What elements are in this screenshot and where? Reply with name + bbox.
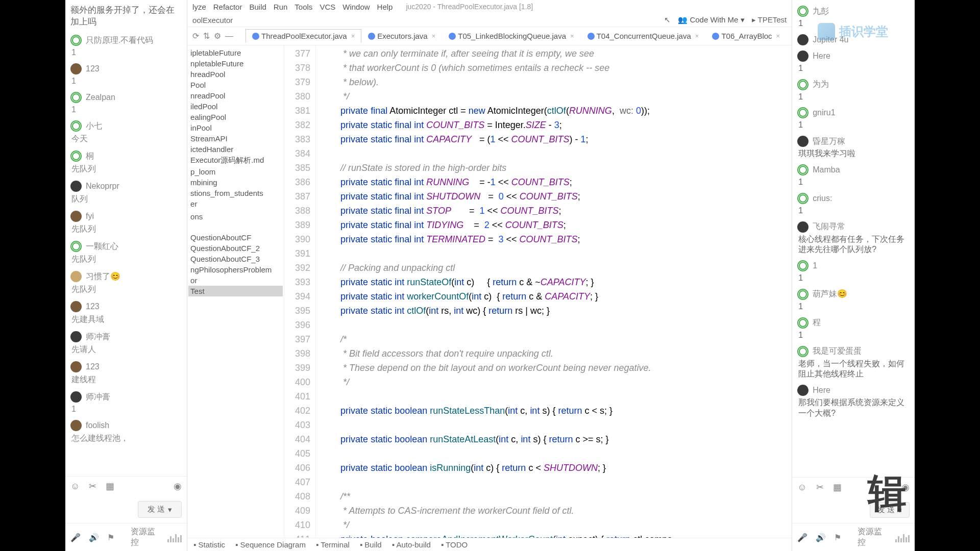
image-icon[interactable]: ▦ <box>833 482 842 493</box>
tree-item[interactable]: Pool <box>188 80 283 90</box>
gear-icon[interactable]: ⚙ <box>214 31 221 41</box>
close-icon[interactable]: × <box>432 32 436 40</box>
user-item[interactable]: 1231 <box>68 60 184 89</box>
user-item[interactable]: 习惯了😊先队列 <box>68 268 184 298</box>
menu-item[interactable]: Refactor <box>213 3 242 11</box>
editor-tab[interactable]: Executors.java× <box>361 29 442 43</box>
tree-item[interactable]: Test <box>188 286 283 296</box>
tree-item[interactable]: Executor源码解析.md <box>188 155 283 166</box>
tree-item[interactable]: nreadPool <box>188 90 283 101</box>
menu-item[interactable]: Help <box>377 3 393 11</box>
tool-window-tab[interactable]: ▪ Build <box>360 540 382 549</box>
tool-window-tab[interactable]: ▪ Statistic <box>193 540 225 549</box>
minimize-icon[interactable]: — <box>225 32 233 41</box>
user-item[interactable]: 小七今天 <box>68 117 184 147</box>
chat-item[interactable]: 为为1 <box>796 77 911 105</box>
menu-item[interactable]: Window <box>342 3 370 11</box>
chat-item[interactable]: Here1 <box>796 48 911 77</box>
user-item[interactable]: 桐先队列 <box>68 147 184 178</box>
refresh-icon[interactable]: ⟳ <box>192 31 199 41</box>
user-item[interactable]: 一颗红心先队列 <box>68 238 184 268</box>
tool-window-bar[interactable]: ▪ Statistic▪ Sequence Diagram▪ Terminal▪… <box>187 538 792 551</box>
tree-item[interactable]: iledPool <box>188 101 283 112</box>
record-icon[interactable]: ◉ <box>174 481 182 492</box>
tree-item[interactable]: p_loom <box>188 166 283 177</box>
chat-item[interactable]: 11 <box>796 258 911 286</box>
code-with-me-button[interactable]: 👥 Code With Me ▾ <box>678 15 744 24</box>
tree-item[interactable]: QuestionAboutCF <box>188 232 283 243</box>
tool-window-tab[interactable]: ▪ TODO <box>441 540 468 549</box>
close-icon[interactable]: × <box>776 32 780 40</box>
editor-tabs[interactable]: ThreadPoolExecutor.java×Executors.java×T… <box>246 29 787 43</box>
chat-item[interactable]: Here那我们要根据系统资源来定义一个大概? <box>796 382 911 421</box>
editor-tab[interactable]: ThreadPoolExecutor.java× <box>246 29 361 43</box>
user-item[interactable]: 123先建具域 <box>68 298 184 328</box>
image-icon[interactable]: ▦ <box>106 481 114 492</box>
chat-item[interactable]: crius:1 <box>796 190 911 219</box>
tree-item[interactable]: inPool <box>188 122 283 133</box>
tree-item[interactable]: ipletableFuture <box>188 47 283 58</box>
menu-item[interactable]: lyze <box>192 3 206 11</box>
mic-icon[interactable]: 🎤 <box>70 533 81 542</box>
tree-item[interactable]: stions_from_students <box>188 188 283 198</box>
user-item[interactable]: 123建线程 <box>68 358 184 388</box>
tree-item[interactable]: ealingPool <box>188 112 283 122</box>
editor-tab[interactable]: T06_ArrayBloc× <box>705 29 787 43</box>
user-item[interactable]: Zealpan1 <box>68 89 184 117</box>
chat-item[interactable]: 程1 <box>796 315 911 343</box>
chat-item[interactable]: 昏星万稼琪琪我来学习啦 <box>796 133 911 162</box>
user-item[interactable]: 师冲膏1 <box>68 388 184 417</box>
scissors-icon[interactable]: ✂ <box>816 482 824 493</box>
chat-list[interactable]: 九彭1Jupiter 4uHere1为为1gniru11昏星万稼琪琪我来学习啦M… <box>792 0 915 477</box>
user-item[interactable]: Nekoprpr队列 <box>68 178 184 208</box>
close-icon[interactable]: × <box>570 32 574 40</box>
close-icon[interactable]: × <box>351 32 355 40</box>
code-editor[interactable]: 3773783793803813823833843853863873883893… <box>284 45 792 538</box>
tree-item[interactable]: ictedHandler <box>188 144 283 155</box>
emoji-icon[interactable]: ☺ <box>70 481 80 492</box>
tree-item[interactable]: ons <box>188 211 283 222</box>
send-button[interactable]: 发 送 ▾ <box>138 501 182 518</box>
breadcrumb[interactable]: oolExecutor <box>192 16 233 24</box>
emoji-icon[interactable]: ☺ <box>797 482 806 493</box>
tree-item[interactable]: npletableFuture <box>188 58 283 69</box>
project-tree[interactable]: ipletableFuturenpletableFuturehreadPoolP… <box>187 45 284 538</box>
chat-item[interactable]: gniru11 <box>796 105 911 133</box>
tree-item[interactable]: StreamAPI <box>188 133 283 144</box>
tree-item[interactable]: QuestionAboutCF_2 <box>188 243 283 254</box>
tool-window-tab[interactable]: ▪ Sequence Diagram <box>235 540 306 549</box>
tree-item[interactable]: er <box>188 198 283 209</box>
back-icon[interactable]: ↖ <box>664 15 671 24</box>
tree-item[interactable]: hreadPool <box>188 69 283 80</box>
tool-window-tab[interactable]: ▪ Auto-build <box>392 540 431 549</box>
tree-item[interactable]: or <box>188 275 283 286</box>
menu-item[interactable]: VCS <box>320 3 335 11</box>
user-item[interactable]: fyi先队列 <box>68 208 184 238</box>
tree-item[interactable]: mbining <box>188 177 283 188</box>
user-list[interactable]: 只防原理.不看代码11231Zealpan1小七今天桐先队列Nekoprpr队列… <box>65 32 187 476</box>
speaker-icon[interactable]: 🔊 <box>89 533 99 542</box>
code-content[interactable]: * we can only terminate if, after seeing… <box>316 45 792 538</box>
editor-tab[interactable]: T05_LinkedBlockingQueue.java× <box>442 29 580 43</box>
menu-bar[interactable]: lyzeRefactorBuildRunToolsVCSWindowHelpju… <box>187 0 792 13</box>
menu-item[interactable]: Run <box>274 3 288 11</box>
flag-icon[interactable]: ⚑ <box>834 533 841 542</box>
scissors-icon[interactable]: ✂ <box>89 481 96 492</box>
user-item[interactable]: 只防原理.不看代码1 <box>68 32 184 60</box>
flag-icon[interactable]: ⚑ <box>107 533 114 542</box>
tree-item[interactable]: ngPhilosophersProblem <box>188 264 283 275</box>
collapse-icon[interactable]: ⇅ <box>203 31 210 41</box>
chat-item[interactable]: Mamba1 <box>796 162 911 190</box>
run-config[interactable]: ▸ TPETest <box>752 15 787 24</box>
speaker-icon[interactable]: 🔊 <box>816 533 826 542</box>
editor-tab[interactable]: T04_ConcurrentQueue.java× <box>581 29 706 43</box>
menu-item[interactable]: Tools <box>295 3 312 11</box>
tool-window-tab[interactable]: ▪ Terminal <box>316 540 350 549</box>
chat-item[interactable]: 葫芦妹😊1 <box>796 286 911 315</box>
mic-icon[interactable]: 🎤 <box>797 533 807 542</box>
tree-item[interactable]: QuestionAboutCF_3 <box>188 254 283 264</box>
user-item[interactable]: foolish怎么建线程池， <box>68 417 184 447</box>
close-icon[interactable]: × <box>695 32 699 40</box>
chat-item[interactable]: 我是可爱蛋蛋老师，当一个线程失败，如何阻止其他线程终止 <box>796 343 911 383</box>
chat-item[interactable]: 飞闹寻常核心线程都有任务，下次任务进来先往哪个队列放? <box>796 219 911 258</box>
